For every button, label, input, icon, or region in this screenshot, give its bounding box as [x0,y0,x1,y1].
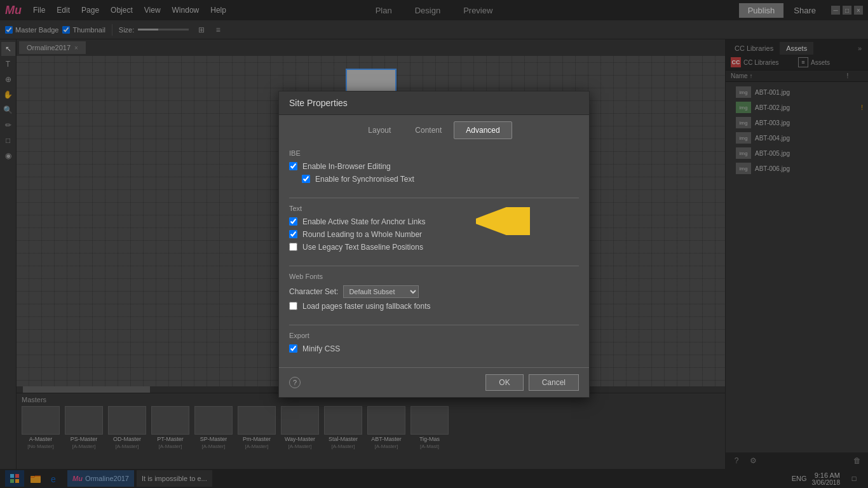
dialog-title: Site Properties [289,98,348,108]
enable-sync-label: Enable for Synchronised Text [315,175,414,184]
load-fallback-row: Load pages faster using fallback fonts [289,302,579,311]
ibe-section: IBE Enable In-Browser Editing Enable for… [289,149,579,187]
enable-anchor-row: Enable Active State for Anchor Links [289,217,579,226]
dialog-tab-layout[interactable]: Layout [356,121,403,139]
web-fonts-section-title: Web Fonts [289,273,579,280]
text-section: Text Enable Active State for Anchor Link… [289,198,579,255]
round-leading-row: Round Leading to a Whole Number [289,230,579,239]
character-set-select[interactable]: Default Subset Full Character Set [343,285,419,298]
text-section-title: Text [289,205,579,212]
dialog-help-button[interactable]: ? [289,377,301,388]
enable-anchor-checkbox[interactable] [289,217,297,226]
ibe-section-title: IBE [289,149,579,157]
dialog-cancel-button[interactable]: Cancel [529,374,579,391]
load-fallback-label: Load pages faster using fallback fonts [302,302,430,311]
dialog-overlay: Site Properties Layout Content Advanced … [0,0,868,488]
web-fonts-section: Web Fonts Character Set: Default Subset … [289,266,579,315]
character-set-label: Character Set: [289,287,338,296]
export-section-title: Export [289,332,579,339]
dialog-body: IBE Enable In-Browser Editing Enable for… [279,139,589,367]
enable-ibe-row: Enable In-Browser Editing [289,162,579,171]
minify-css-row: Minify CSS [289,344,579,353]
minify-css-checkbox[interactable] [289,344,297,353]
round-leading-checkbox[interactable] [289,230,297,238]
character-set-row: Character Set: Default Subset Full Chara… [289,285,579,298]
enable-ibe-checkbox[interactable] [289,162,297,170]
use-legacy-label: Use Legacy Text Baseline Positions [302,243,423,252]
dialog-tab-content[interactable]: Content [403,121,454,139]
dialog-ok-button[interactable]: OK [485,374,523,391]
use-legacy-row: Use Legacy Text Baseline Positions [289,243,579,252]
dialog-tab-advanced[interactable]: Advanced [454,121,512,139]
minify-css-label: Minify CSS [302,344,340,353]
dialog-footer: ? OK Cancel [279,367,589,397]
use-legacy-checkbox[interactable] [289,243,297,251]
dialog-title-bar: Site Properties [279,92,589,115]
round-leading-label: Round Leading to a Whole Number [302,230,422,239]
enable-sync-row: Enable for Synchronised Text [302,175,579,184]
load-fallback-checkbox[interactable] [289,302,297,310]
enable-sync-checkbox[interactable] [302,175,310,183]
export-section: Export Minify CSS [289,325,579,357]
dialog-footer-buttons: OK Cancel [485,374,579,391]
enable-ibe-label: Enable In-Browser Editing [302,162,391,171]
dialog-tabs: Layout Content Advanced [279,115,589,139]
enable-anchor-label: Enable Active State for Anchor Links [302,217,425,226]
site-properties-dialog: Site Properties Layout Content Advanced … [278,91,590,398]
